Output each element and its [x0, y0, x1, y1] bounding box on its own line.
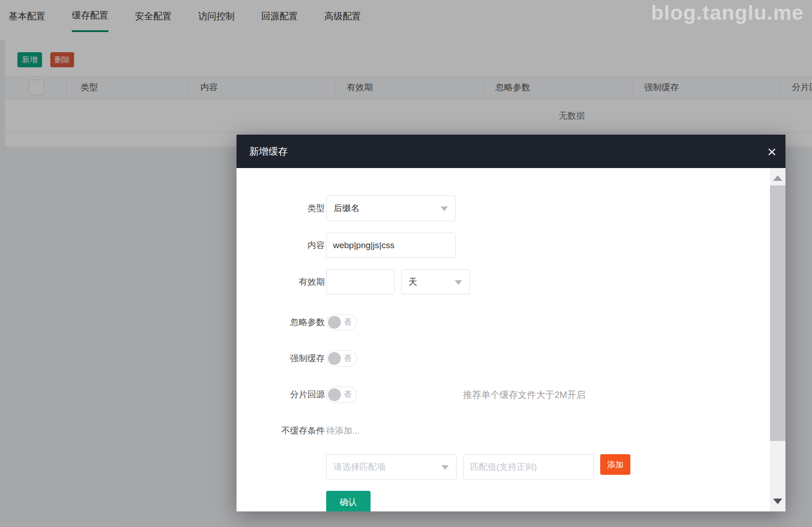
expire-value-input[interactable] [326, 269, 395, 294]
ignore-params-toggle[interactable]: 否 [326, 314, 357, 331]
chevron-down-icon [455, 280, 462, 285]
content-label: 内容 [237, 233, 325, 258]
toggle-knob [328, 388, 341, 401]
type-select-value: 后缀名 [333, 202, 360, 214]
toggle-state-text: 否 [344, 354, 351, 364]
chevron-down-icon [441, 206, 448, 211]
scrollbar-down-icon[interactable] [773, 499, 782, 504]
range-origin-hint: 推荐单个缓存文件大于2M开启 [463, 386, 586, 403]
range-origin-toggle[interactable]: 否 [326, 386, 357, 403]
modal-title: 新增缓存 [249, 145, 288, 158]
toggle-state-text: 否 [344, 318, 351, 327]
force-cache-toggle[interactable]: 否 [326, 350, 357, 367]
watermark-text: blog.tanglu.me [651, 1, 804, 25]
match-item-select[interactable]: 请选择匹配项 [326, 454, 457, 480]
close-icon[interactable]: × [767, 144, 776, 159]
modal-header: 新增缓存 × [237, 135, 785, 168]
modal-body: 类型 后缀名 内容 有效期 天 忽略参数 否 强制缓存 否 [237, 168, 785, 511]
toggle-state-text: 否 [344, 390, 351, 400]
type-select[interactable]: 后缀名 [326, 196, 456, 221]
expire-label: 有效期 [237, 269, 325, 294]
expire-unit-value: 天 [409, 276, 417, 288]
chevron-down-icon [441, 465, 449, 470]
no-cache-condition-label: 不缓存条件 [237, 425, 325, 437]
force-cache-label: 强制缓存 [237, 350, 325, 367]
screen: 基本配置 缓存配置 安全配置 访问控制 回源配置 高级配置 新增 删除 类型 内… [0, 0, 812, 527]
add-cache-modal: 新增缓存 × 类型 后缀名 内容 有效期 天 忽略参数 否 强制缓存 [237, 135, 785, 511]
toggle-knob [328, 316, 341, 329]
scrollbar-thumb[interactable] [770, 185, 785, 441]
toggle-knob [328, 352, 341, 365]
scrollbar-up-icon[interactable] [773, 175, 782, 181]
content-input[interactable] [326, 233, 456, 258]
type-label: 类型 [237, 196, 325, 221]
match-value-input[interactable] [463, 454, 594, 480]
confirm-button[interactable]: 确认 [326, 491, 371, 511]
ignore-params-label: 忽略参数 [237, 314, 325, 331]
no-cache-pending-text: 待添加... [326, 425, 360, 437]
range-origin-label: 分片回源 [237, 386, 325, 403]
add-condition-button[interactable]: 添加 [600, 454, 630, 475]
modal-scrollbar [770, 168, 785, 511]
expire-unit-select[interactable]: 天 [401, 269, 470, 294]
match-item-placeholder: 请选择匹配项 [333, 461, 386, 473]
